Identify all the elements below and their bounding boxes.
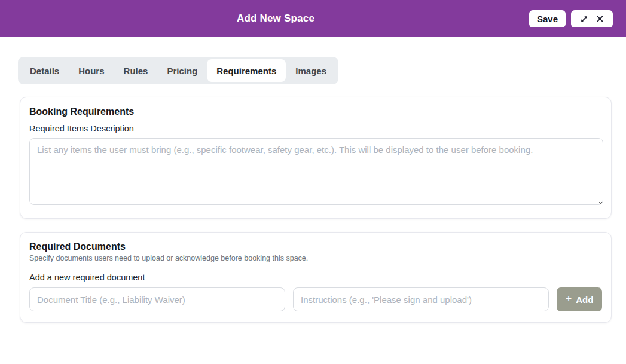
booking-requirements-title: Booking Requirements: [29, 106, 602, 117]
window-controls: [571, 10, 613, 27]
tab-requirements[interactable]: Requirements: [207, 59, 286, 82]
add-document-label: Add a new required document: [29, 273, 602, 282]
document-instructions-input[interactable]: [293, 287, 549, 311]
tab-pricing[interactable]: Pricing: [157, 59, 207, 82]
tab-bar: Details Hours Rules Pricing Requirements…: [18, 57, 338, 84]
expand-button[interactable]: [577, 10, 591, 27]
tab-details[interactable]: Details: [20, 59, 69, 82]
required-documents-title: Required Documents: [29, 241, 602, 252]
required-documents-card: Required Documents Specify documents use…: [20, 232, 612, 323]
page-title: Add New Space: [0, 0, 551, 37]
tab-hours[interactable]: Hours: [69, 59, 114, 82]
add-document-row: + Add: [29, 287, 602, 311]
tab-images[interactable]: Images: [286, 59, 336, 82]
save-button[interactable]: Save: [529, 10, 566, 27]
document-title-input[interactable]: [29, 287, 285, 311]
plus-icon: +: [566, 293, 572, 304]
booking-requirements-card: Booking Requirements Required Items Desc…: [20, 97, 612, 219]
add-button-label: Add: [576, 295, 593, 305]
required-items-label: Required Items Description: [29, 124, 602, 133]
expand-icon: [579, 14, 589, 24]
required-documents-subtitle: Specify documents users need to upload o…: [29, 254, 602, 262]
required-items-textarea[interactable]: [29, 138, 603, 205]
modal-header: Add New Space Save: [0, 0, 626, 37]
close-button[interactable]: [593, 10, 607, 27]
close-icon: [596, 14, 604, 23]
modal-content: Booking Requirements Required Items Desc…: [0, 97, 626, 323]
add-document-button[interactable]: + Add: [557, 287, 602, 311]
header-actions: Save: [529, 10, 613, 27]
tab-rules[interactable]: Rules: [114, 59, 158, 82]
